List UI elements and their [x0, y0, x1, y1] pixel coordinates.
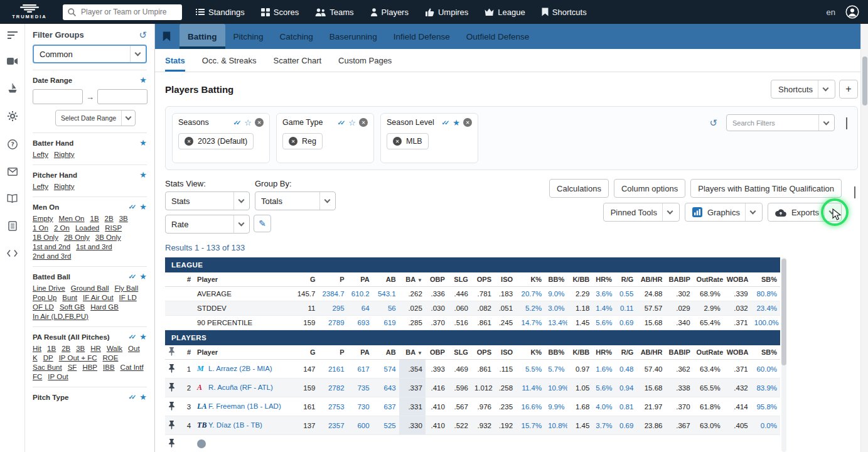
video-icon[interactable]: [7, 57, 18, 65]
table-scrollbar-thumb[interactable]: [781, 259, 786, 365]
stat-cell[interactable]: 610.2: [348, 287, 373, 301]
account-icon[interactable]: [845, 5, 859, 19]
col-header-iso[interactable]: ISO: [495, 272, 516, 287]
tab-infield-defense[interactable]: Infield Defense: [385, 24, 458, 49]
date-from-input[interactable]: [33, 89, 83, 104]
stat-cell[interactable]: 13.4%: [545, 316, 567, 330]
clear-group-icon[interactable]: ✕: [359, 118, 368, 127]
collapse-filters-icon[interactable]: [844, 115, 850, 131]
edit-pencil-button[interactable]: ✎: [254, 215, 271, 232]
col-header-rank[interactable]: #: [178, 345, 194, 360]
nav-scores[interactable]: Scores: [261, 8, 299, 17]
filter-link[interactable]: Bunt: [62, 294, 77, 301]
filter-link[interactable]: Out: [128, 345, 140, 352]
star-icon[interactable]: ★: [139, 171, 147, 179]
stat-cell[interactable]: 0.55: [613, 287, 636, 301]
stat-cell[interactable]: 100.0%: [751, 316, 780, 330]
filter-link[interactable]: Righty: [54, 183, 75, 190]
stat-cell[interactable]: 4.0%: [592, 397, 613, 416]
stat-cell[interactable]: 2384.7: [318, 287, 347, 301]
language-selector[interactable]: en: [827, 8, 835, 17]
filter-link[interactable]: IF Air Out: [83, 294, 114, 301]
filter-link[interactable]: Soft GB: [60, 303, 85, 311]
journal-icon[interactable]: [8, 221, 17, 231]
group-by-select[interactable]: Totals: [255, 191, 336, 210]
pinned-tools-button[interactable]: Pinned Tools: [603, 203, 680, 222]
col-header-p[interactable]: P: [318, 345, 347, 360]
nav-umpires[interactable]: Umpires: [425, 8, 468, 17]
filter-link[interactable]: 1st and 2nd: [33, 243, 70, 250]
filter-link[interactable]: SF: [68, 363, 77, 371]
col-header-player[interactable]: Player: [194, 345, 293, 360]
col-header-k[interactable]: K%: [516, 272, 545, 287]
date-to-input[interactable]: [97, 89, 147, 104]
stat-cell[interactable]: 0.69: [613, 316, 636, 330]
reset-filters-icon[interactable]: ↺: [139, 30, 147, 40]
stat-cell[interactable]: 2753: [318, 397, 347, 416]
multi-select-icon[interactable]: ✓✓: [442, 119, 450, 126]
filter-link[interactable]: IF LD: [119, 294, 137, 301]
search-filters-dropdown[interactable]: Search Filters: [726, 114, 835, 131]
col-header-r-g[interactable]: R/G: [613, 345, 636, 360]
filter-link[interactable]: 2B: [62, 345, 70, 352]
stat-cell[interactable]: 2357: [318, 416, 347, 435]
stat-cell[interactable]: 56: [373, 301, 399, 316]
filter-link[interactable]: OF LD: [33, 303, 54, 311]
calculations-button[interactable]: Calculations: [549, 179, 609, 198]
stat-cell[interactable]: 600: [348, 416, 373, 435]
filter-link[interactable]: 2nd and 3rd: [33, 252, 71, 260]
filter-link[interactable]: 1B: [47, 345, 56, 352]
col-header-g[interactable]: G: [293, 272, 318, 287]
filter-link[interactable]: IP Out + FC: [59, 354, 97, 362]
stat-cell[interactable]: 0.11: [613, 301, 636, 316]
nav-teams[interactable]: Teams: [315, 8, 353, 17]
shortcuts-button[interactable]: Shortcuts: [771, 80, 835, 99]
subtab-occ-streaks[interactable]: Occ. & Streaks: [202, 49, 257, 72]
col-header-k-bb[interactable]: K/BB: [567, 272, 592, 287]
star-icon[interactable]: ★: [139, 333, 147, 341]
filter-link[interactable]: K: [33, 354, 38, 362]
collapse-section-icon[interactable]: [852, 184, 858, 200]
sort-desc-icon[interactable]: ▼: [417, 277, 422, 283]
players-with-batting-title-qualification-button[interactable]: Players with Batting Title Qualification: [690, 179, 842, 198]
filter-link[interactable]: 2 On: [54, 224, 70, 232]
col-header-woba[interactable]: WOBA: [724, 345, 751, 360]
stat-cell[interactable]: 3.6%: [592, 287, 613, 301]
star-icon[interactable]: ★: [453, 119, 460, 127]
stat-cell[interactable]: 525: [373, 416, 399, 435]
filter-link[interactable]: Lefty: [33, 151, 48, 158]
filter-link[interactable]: Pop Up: [33, 294, 56, 301]
stat-cell[interactable]: 5.6%: [592, 379, 613, 397]
stat-cell[interactable]: 3.0%: [545, 301, 567, 316]
multi-select-icon[interactable]: ✓✓: [129, 394, 137, 401]
filter-icon[interactable]: [8, 31, 18, 39]
rate-select[interactable]: Rate: [165, 215, 250, 234]
col-header-pa[interactable]: PA: [348, 345, 373, 360]
stat-cell[interactable]: 5.6%: [592, 316, 613, 330]
star-icon[interactable]: ☆: [348, 119, 356, 127]
stat-cell[interactable]: 23.4%: [751, 301, 780, 316]
stat-cell[interactable]: 0.48: [613, 360, 636, 379]
stat-cell[interactable]: 0.94: [613, 379, 636, 397]
stat-cell[interactable]: 95.8%: [751, 397, 780, 416]
tab-pitching[interactable]: Pitching: [225, 24, 272, 49]
stat-cell[interactable]: 637: [373, 397, 399, 416]
sort-desc-icon[interactable]: ▼: [417, 350, 422, 356]
select-date-range-dropdown[interactable]: Select Date Range: [55, 110, 136, 126]
multi-select-icon[interactable]: ✓✓: [338, 119, 346, 126]
clear-group-icon[interactable]: ✕: [463, 118, 472, 127]
filter-history-icon[interactable]: ↺: [709, 118, 717, 127]
star-icon[interactable]: ★: [139, 139, 147, 147]
filter-link[interactable]: 2B Only: [64, 234, 90, 241]
stat-cell[interactable]: 5.5%: [516, 360, 545, 379]
col-header-k[interactable]: K%: [516, 345, 545, 360]
filter-link[interactable]: In Air (LD,FB,PU): [33, 313, 88, 320]
col-header-hr[interactable]: HR%: [592, 272, 613, 287]
star-icon[interactable]: ★: [139, 272, 147, 281]
nav-league[interactable]: League: [485, 8, 525, 17]
stat-cell[interactable]: 10.8%: [545, 416, 567, 435]
col-header-bb[interactable]: BB%: [545, 272, 567, 287]
stat-cell[interactable]: 83.9%: [751, 379, 780, 397]
exports-button[interactable]: Exports: [768, 203, 842, 222]
stat-cell[interactable]: 10.9%: [545, 379, 567, 397]
